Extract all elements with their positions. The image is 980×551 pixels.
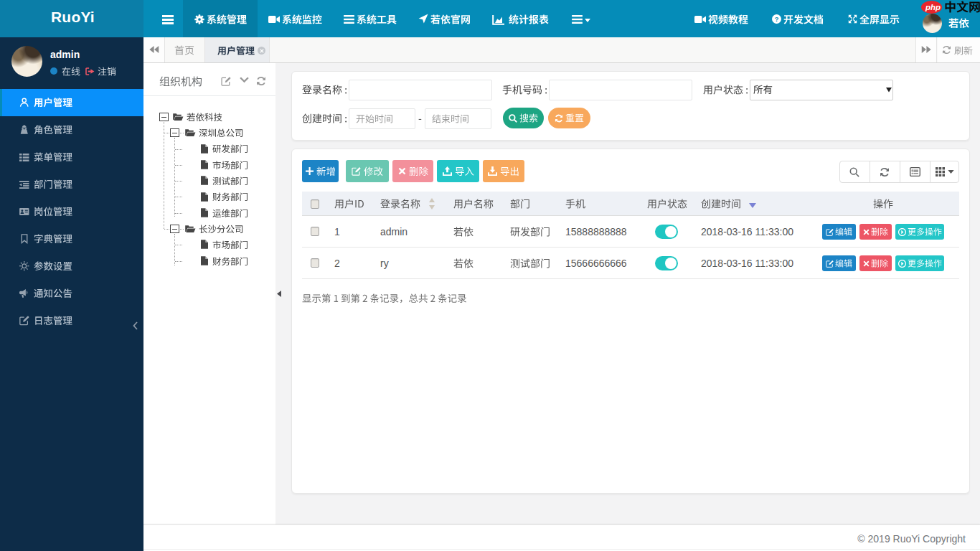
svg-text:?: ? <box>775 16 779 23</box>
